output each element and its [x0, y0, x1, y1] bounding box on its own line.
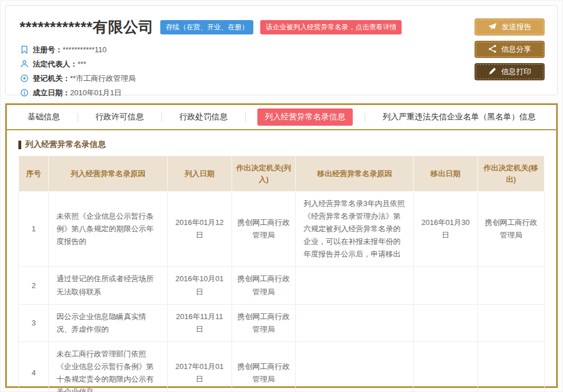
- location-icon: [20, 74, 29, 83]
- panel-body: 列入经营异常名录信息 序号列入经营异常名录原因列入日期作出决定机关(列入)移出经…: [7, 139, 556, 392]
- table-cell: 3: [19, 304, 49, 341]
- status-badge: 存续（在营、开业、在册）: [160, 20, 253, 34]
- table-header-cell: 作出决定机关(移出): [477, 156, 544, 192]
- table-header-cell: 移出经营异常名录原因: [296, 156, 414, 192]
- tab-separator: [78, 113, 78, 122]
- table-cell: 2016年01月12日: [167, 192, 232, 267]
- table-row: 3因公示企业信息隐瞒真实情况、弄虚作假的2016年11月11日携创网工商行政管理…: [19, 304, 545, 341]
- abnormal-alert-badge[interactable]: 该企业被列入经营异常名录，点击查看详情: [260, 20, 402, 34]
- table-cell: [477, 304, 544, 341]
- company-name: ************有限公司: [20, 17, 153, 37]
- tab-separator: [161, 113, 162, 122]
- legal-representative-value: ***: [78, 60, 86, 68]
- tab-separator: [365, 113, 365, 122]
- table-header-cell: 作出决定机关(列入): [232, 156, 296, 192]
- table-row: 2通过登记的住所或者经营场所无法取得联系2016年10月01日携创网工商行政管理…: [19, 267, 545, 304]
- table-cell: 4: [19, 341, 49, 392]
- table-cell: 2016年11月11日: [167, 304, 232, 341]
- table-cell: [477, 267, 544, 304]
- info-icon: [20, 88, 29, 98]
- pencil-icon: [488, 67, 497, 77]
- action-buttons: 发送报告 信息分享 信息打印: [471, 17, 545, 88]
- registration-authority-row: 登记机关： **市工商行政管理局: [20, 71, 471, 86]
- section-title: 列入经营异常名录信息: [18, 139, 545, 150]
- tab-basic-info[interactable]: 基础信息: [22, 108, 65, 126]
- table-header-cell: 序号: [19, 156, 49, 192]
- registration-authority-label: 登记机关：: [33, 73, 70, 84]
- table-cell: 携创网工商行政管理局: [232, 192, 296, 267]
- section-title-text: 列入经营异常名录信息: [25, 139, 106, 150]
- send-report-button[interactable]: 发送报告: [475, 18, 545, 36]
- table-cell: [296, 304, 414, 341]
- table-cell: [414, 304, 478, 341]
- table-cell: 通过登记的住所或者经营场所无法取得联系: [49, 267, 168, 304]
- table-cell: [296, 341, 414, 392]
- share-info-button[interactable]: 信息分享: [475, 41, 545, 58]
- abnormal-table: 序号列入经营异常名录原因列入日期作出决定机关(列入)移出经营异常名录原因移出日期…: [18, 156, 545, 392]
- send-icon: [488, 22, 497, 32]
- table-cell: [414, 267, 478, 304]
- table-body: 1未依照《企业信息公示暂行条例》第八条规定的期限公示年度报告的2016年01月1…: [19, 192, 545, 392]
- company-card: ************有限公司 存续（在营、开业、在册） 该企业被列入经营异常…: [5, 5, 558, 95]
- table-cell: [414, 341, 478, 392]
- legal-representative-label: 法定代表人：: [33, 59, 78, 69]
- print-info-label: 信息打印: [502, 67, 531, 77]
- tab-administrative-license[interactable]: 行政许可信息: [90, 108, 149, 126]
- section-title-marker: [18, 141, 21, 149]
- table-header-cell: 列入日期: [167, 156, 232, 192]
- registration-authority-value: **市工商行政管理局: [70, 73, 136, 84]
- company-info: ************有限公司 存续（在营、开业、在册） 该企业被列入经营异常…: [20, 17, 471, 88]
- company-title-row: ************有限公司 存续（在营、开业、在册） 该企业被列入经营异常…: [20, 17, 471, 37]
- registration-number-value: ***********110: [63, 45, 106, 54]
- bookmark-icon: [20, 45, 29, 55]
- table-cell: 1: [19, 192, 49, 267]
- table-cell: 未依照《企业信息公示暂行条例》第八条规定的期限公示年度报告的: [49, 192, 168, 267]
- table-cell: [477, 341, 544, 392]
- table-header-row: 序号列入经营异常名录原因列入日期作出决定机关(列入)移出经营异常名录原因移出日期…: [19, 156, 545, 192]
- tab-bar: 基础信息 行政许可信息 行政处罚信息 列入经营异常名录信息 列入严重违法失信企业…: [7, 105, 556, 130]
- table-cell: 2016年01月30日: [414, 192, 478, 267]
- company-detail-rows: 注册号： ***********110 法定代表人： *** 登记机关： **市…: [20, 42, 471, 100]
- share-info-label: 信息分享: [502, 44, 531, 55]
- send-report-label: 发送报告: [502, 22, 531, 32]
- tab-separator: [245, 113, 246, 122]
- share-icon: [488, 45, 497, 55]
- table-head: 序号列入经营异常名录原因列入日期作出决定机关(列入)移出经营异常名录原因移出日期…: [19, 156, 545, 192]
- establishment-date-row: 成立日期： 2010年01月1日: [20, 86, 471, 100]
- tab-abnormal-operations[interactable]: 列入经营异常名录信息: [257, 108, 353, 126]
- table-cell: 2: [19, 267, 49, 304]
- page: ************有限公司 存续（在营、开业、在册） 该企业被列入经营异常…: [0, 0, 563, 392]
- table-cell: 携创网工商行政管理局: [232, 341, 296, 392]
- print-info-button[interactable]: 信息打印: [475, 63, 545, 80]
- table-cell: 列入经营异常名录3年内且依照《经营异常名录管理办法》第六规定被列入经营异常名录的…: [296, 192, 414, 267]
- table-header-cell: 移出日期: [414, 156, 478, 192]
- table-cell: 携创网工商行政管理局: [477, 192, 544, 267]
- registration-number-label: 注册号：: [33, 45, 63, 55]
- registration-number-row: 注册号： ***********110: [20, 42, 471, 57]
- tab-blacklist[interactable]: 列入严重违法失信企业名单（黑名单）信息: [377, 108, 541, 126]
- table-row: 1未依照《企业信息公示暂行条例》第八条规定的期限公示年度报告的2016年01月1…: [19, 192, 545, 267]
- table-cell: 携创网工商行政管理局: [232, 304, 296, 341]
- legal-representative-row: 法定代表人： ***: [20, 57, 471, 71]
- table-cell: 2017年01月01日: [167, 341, 232, 392]
- tab-administrative-penalty[interactable]: 行政处罚信息: [173, 108, 233, 126]
- table-cell: [296, 267, 414, 304]
- table-cell: 2016年10月01日: [167, 267, 232, 304]
- establishment-date-value: 2010年01月1日: [70, 88, 122, 98]
- table-cell: 因公示企业信息隐瞒真实情况、弄虚作假的: [49, 304, 168, 341]
- detail-panel: 基础信息 行政许可信息 行政处罚信息 列入经营异常名录信息 列入严重违法失信企业…: [5, 103, 558, 388]
- establishment-date-label: 成立日期：: [33, 88, 70, 98]
- table-cell: 未在工商行政管理部门依照《企业信息公示暂行条例》第十条规定责令的期限内公示有关企…: [49, 341, 168, 392]
- table-row: 4未在工商行政管理部门依照《企业信息公示暂行条例》第十条规定责令的期限内公示有关…: [19, 341, 545, 392]
- person-icon: [20, 60, 29, 69]
- table-cell: 携创网工商行政管理局: [232, 267, 296, 304]
- table-header-cell: 列入经营异常名录原因: [49, 156, 168, 192]
